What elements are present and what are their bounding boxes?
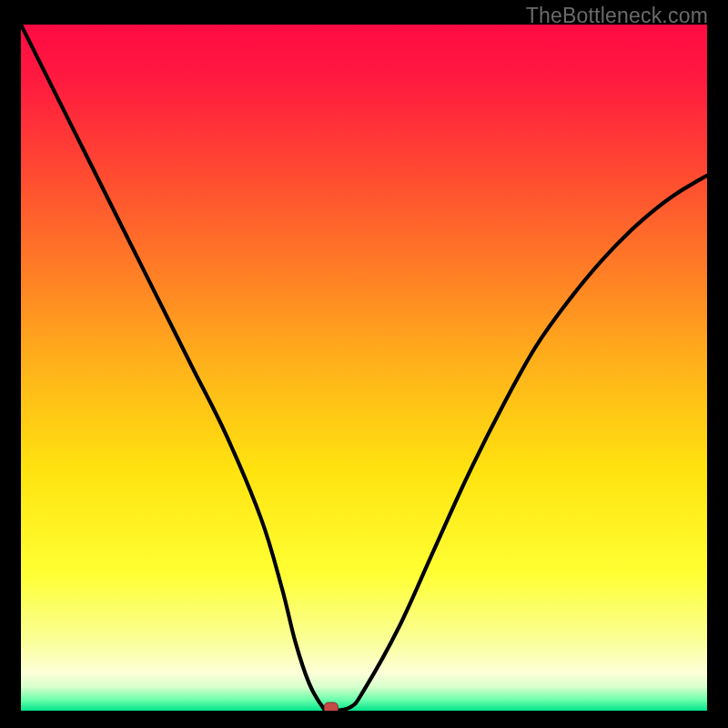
bottleneck-chart (21, 25, 707, 711)
chart-background (21, 25, 707, 711)
chart-frame (21, 25, 707, 711)
optimal-marker (324, 703, 338, 711)
